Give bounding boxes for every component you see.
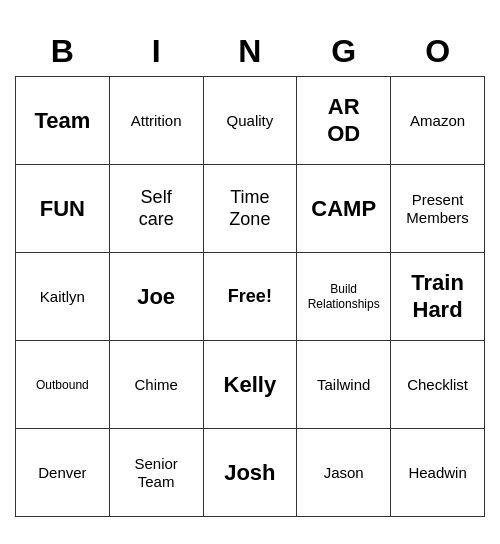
cell-1-0: FUN xyxy=(16,165,110,253)
cell-1-1: Selfcare xyxy=(109,165,203,253)
cell-1-2: TimeZone xyxy=(203,165,297,253)
cell-4-0: Denver xyxy=(16,429,110,517)
cell-1-3: CAMP xyxy=(297,165,391,253)
cell-4-4: Headwin xyxy=(391,429,485,517)
cell-0-4: Amazon xyxy=(391,77,485,165)
header-o: O xyxy=(391,27,485,77)
cell-4-1: SeniorTeam xyxy=(109,429,203,517)
table-row: KaitlynJoeFree!BuildRelationshipsTrainHa… xyxy=(16,253,485,341)
bingo-card: B I N G O TeamAttritionQualityARODAmazon… xyxy=(15,27,485,518)
cell-1-4: PresentMembers xyxy=(391,165,485,253)
header-i: I xyxy=(109,27,203,77)
table-row: OutboundChimeKellyTailwindChecklist xyxy=(16,341,485,429)
cell-0-2: Quality xyxy=(203,77,297,165)
cell-2-3: BuildRelationships xyxy=(297,253,391,341)
header-b: B xyxy=(16,27,110,77)
bingo-body: TeamAttritionQualityARODAmazonFUNSelfcar… xyxy=(16,77,485,517)
cell-4-2: Josh xyxy=(203,429,297,517)
cell-3-2: Kelly xyxy=(203,341,297,429)
cell-0-1: Attrition xyxy=(109,77,203,165)
cell-3-3: Tailwind xyxy=(297,341,391,429)
table-row: DenverSeniorTeamJoshJasonHeadwin xyxy=(16,429,485,517)
bingo-header: B I N G O xyxy=(16,27,485,77)
cell-2-4: TrainHard xyxy=(391,253,485,341)
cell-0-0: Team xyxy=(16,77,110,165)
cell-0-3: AROD xyxy=(297,77,391,165)
table-row: TeamAttritionQualityARODAmazon xyxy=(16,77,485,165)
cell-2-1: Joe xyxy=(109,253,203,341)
cell-3-0: Outbound xyxy=(16,341,110,429)
cell-3-4: Checklist xyxy=(391,341,485,429)
cell-3-1: Chime xyxy=(109,341,203,429)
header-g: G xyxy=(297,27,391,77)
cell-2-0: Kaitlyn xyxy=(16,253,110,341)
cell-2-2: Free! xyxy=(203,253,297,341)
table-row: FUNSelfcareTimeZoneCAMPPresentMembers xyxy=(16,165,485,253)
header-n: N xyxy=(203,27,297,77)
cell-4-3: Jason xyxy=(297,429,391,517)
